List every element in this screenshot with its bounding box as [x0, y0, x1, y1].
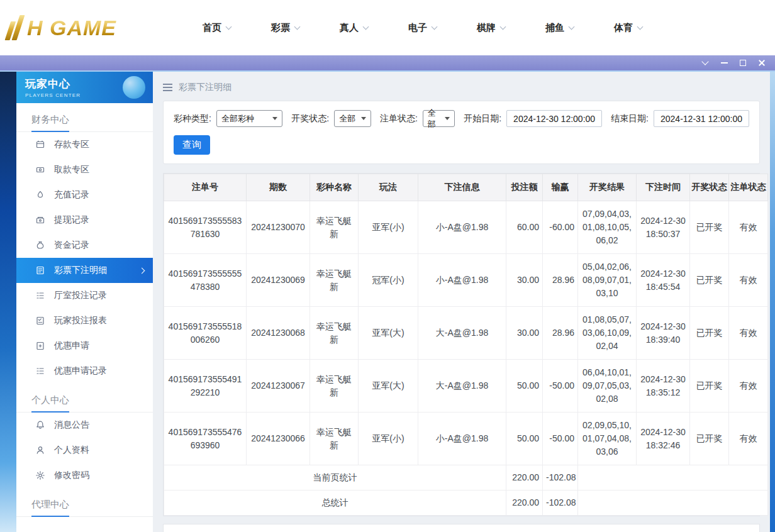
table-cell: 大-A盘@1.98	[418, 307, 506, 360]
nav-item-6[interactable]: 捕鱼	[545, 22, 574, 34]
table-cell: 20241230068	[247, 307, 310, 360]
nav-item-1[interactable]: 首页	[203, 22, 231, 34]
sidebar-item-funds-records[interactable]: 资金记录	[16, 233, 153, 258]
logo-text: H GAME	[27, 16, 116, 40]
nav-item-5[interactable]: 棋牌	[477, 22, 505, 34]
table-cell: 小-A盘@1.98	[418, 201, 506, 254]
chevron-down-icon	[363, 23, 369, 30]
menu-icon[interactable]	[163, 84, 172, 91]
logo[interactable]: H GAME	[6, 15, 175, 40]
draw-status-value: 全部	[339, 113, 355, 125]
lottery-type-select[interactable]: 全部彩种	[216, 110, 282, 127]
table-cell: 已开奖	[690, 360, 729, 413]
summary-winloss-total: -102.08	[543, 465, 578, 490]
table-cell: 02,09,05,10,01,07,04,08,03,06	[578, 413, 637, 465]
end-date-input[interactable]	[654, 110, 749, 127]
sidebar-item-hall-bet-records[interactable]: 厅室投注记录	[16, 283, 153, 308]
window-body: 玩家中心 PLAYERS CENTER 财务中心存款专区取款专区充值记录提现记录…	[0, 70, 775, 532]
window-collapse-button[interactable]	[696, 55, 715, 70]
scrollbar[interactable]	[770, 72, 775, 532]
sidebar-item-withdraw[interactable]: 取款专区	[16, 157, 153, 182]
table-cell: 幸运飞艇新	[310, 254, 359, 307]
table-cell: 有效	[729, 201, 768, 254]
sidebar-item-profile[interactable]: 个人资料	[16, 438, 153, 463]
section-title-3: 代理中心	[16, 490, 153, 517]
table-cell: 已开奖	[690, 254, 729, 307]
draw-status-select[interactable]: 全部	[334, 110, 371, 127]
minimize-icon	[721, 62, 728, 64]
table-cell: 401569173555476693960	[164, 413, 247, 465]
window-close-button[interactable]	[752, 55, 771, 70]
start-date-label: 开始日期:	[464, 113, 501, 125]
column-header: 期数	[247, 174, 310, 201]
table-cell: 已开奖	[690, 201, 729, 254]
column-header: 输赢	[543, 174, 578, 201]
sidebar-item-deposit[interactable]: 存款专区	[16, 132, 153, 157]
section-title-label: 财务中心	[31, 114, 69, 125]
table-cell: 幸运飞艇新	[310, 413, 359, 465]
sidebar-item-messages[interactable]: 消息公告	[16, 413, 153, 438]
table-cell: 28.96	[543, 254, 578, 307]
order-status-label: 注单状态:	[380, 113, 418, 125]
chevron-down-icon	[294, 23, 301, 30]
table-cell: 05,04,02,06,08,09,07,01,03,10	[578, 254, 637, 307]
table-cell: 401569173555491292210	[164, 360, 247, 413]
query-button[interactable]: 查询	[174, 135, 210, 155]
promo-record-icon	[35, 366, 45, 376]
table-header-row: 注单号期数彩种名称玩法下注信息投注额输赢开奖结果下注时间开奖状态注单状态	[164, 174, 768, 201]
recharge-icon	[35, 190, 45, 200]
chevron-down-icon	[569, 23, 575, 30]
table-cell: 401569173555518006260	[164, 307, 247, 360]
order-status-select[interactable]: 全部	[423, 110, 455, 127]
window-maximize-button[interactable]	[733, 55, 752, 70]
sidebar-item-label: 资金记录	[54, 240, 89, 251]
nav-item-7[interactable]: 体育	[614, 22, 642, 34]
table-cell: 亚军(小)	[359, 413, 418, 465]
table-cell: 2024-12-30 18:45:54	[637, 254, 690, 307]
promo-icon	[35, 341, 45, 351]
sidebar-item-cashout-records[interactable]: 提现记录	[16, 208, 153, 233]
column-header: 注单号	[164, 174, 247, 201]
sidebar-item-recharge-records[interactable]: 充值记录	[16, 182, 153, 208]
sidebar-item-lottery-bet-details[interactable]: 彩票下注明细	[16, 258, 153, 283]
section-title-1: 财务中心	[16, 106, 153, 132]
table-cell: 大-A盘@1.98	[418, 360, 506, 413]
sidebar-item-change-password[interactable]: 修改密码	[16, 463, 153, 488]
bets-table: 注单号期数彩种名称玩法下注信息投注额输赢开奖结果下注时间开奖状态注单状态4015…	[164, 174, 768, 516]
table-cell: 20241230070	[247, 201, 310, 254]
summary-bet-total: 220.00	[506, 490, 543, 516]
sidebar-item-promo-apply-records[interactable]: 优惠申请记录	[16, 358, 153, 384]
table-cell: -50.00	[543, 360, 578, 413]
table-cell: 2024-12-30 18:32:46	[637, 413, 690, 465]
sidebar-item-player-bet-report[interactable]: 玩家投注报表	[16, 308, 153, 333]
table-cell: 50.00	[506, 360, 543, 413]
logo-icon	[5, 15, 25, 40]
sidebar-item-label: 彩票下注明细	[54, 265, 107, 276]
column-header: 投注额	[506, 174, 543, 201]
start-date-input[interactable]	[506, 110, 602, 127]
column-header: 开奖状态	[690, 174, 729, 201]
nav-item-2[interactable]: 彩票	[271, 22, 299, 34]
nav-item-4[interactable]: 电子	[408, 22, 437, 34]
end-date-label: 结束日期:	[611, 113, 649, 125]
window-minimize-button[interactable]	[715, 55, 733, 70]
sidebar-item-label: 优惠申请	[54, 340, 89, 352]
chevron-down-icon	[361, 117, 366, 120]
table-cell: 亚军(大)	[359, 307, 418, 360]
summary-label: 当前页统计	[164, 465, 506, 490]
sidebar-item-promo-apply[interactable]: 优惠申请	[16, 333, 153, 358]
lottery-type-value: 全部彩种	[221, 113, 254, 125]
table-cell: 2024-12-30 18:35:12	[637, 360, 690, 413]
table-row: 40156917355547669396020241230066幸运飞艇新亚军(…	[164, 413, 768, 465]
table-row: 40156917355555547838020241230069幸运飞艇新冠军(…	[164, 254, 768, 307]
chevron-down-icon	[701, 58, 708, 65]
lottery-bets-icon	[35, 265, 45, 275]
nav-item-label: 首页	[203, 22, 221, 34]
window-titlebar[interactable]	[0, 55, 775, 70]
table-cell: 28.96	[543, 307, 578, 360]
table-cell: 50.00	[506, 413, 543, 465]
table-row: 40156917355549129221020241230067幸运飞艇新亚军(…	[164, 360, 768, 413]
table-cell: 有效	[729, 307, 768, 360]
nav-item-3[interactable]: 真人	[340, 22, 368, 34]
summary-bet-total: 220.00	[506, 465, 543, 490]
